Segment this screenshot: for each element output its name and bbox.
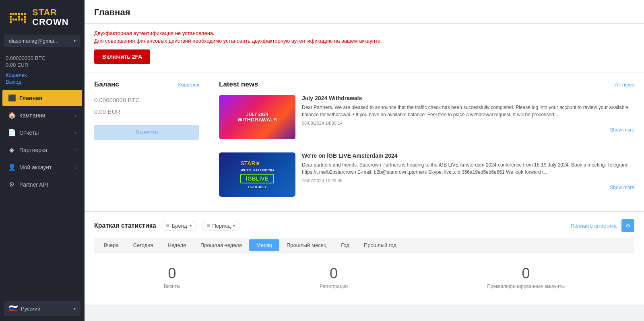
sidebar-item-home[interactable]: ⬛ Главная	[2, 90, 82, 106]
nav-label-home: Главная	[19, 95, 42, 101]
alert-line2: Для совершения финансовых действий необх…	[94, 38, 634, 44]
nav-label-api: Partner API	[19, 181, 48, 188]
svg-rect-10	[10, 19, 12, 21]
brand-filter-dot-icon	[166, 224, 169, 227]
sidebar-btc-balance: 0.00000000 BTC	[6, 54, 79, 61]
svg-rect-15	[24, 19, 26, 21]
sidebar-item-api[interactable]: ⚙ Partner API	[2, 176, 82, 193]
svg-rect-9	[24, 16, 26, 18]
stats-header: Краткая статистика Бренд ▾ Период ▾ Полн…	[94, 219, 634, 232]
svg-rect-17	[24, 21, 26, 23]
tab-last-month[interactable]: Прошлый месяц	[279, 239, 334, 251]
tab-last-year[interactable]: Прошлый год	[357, 239, 404, 251]
brand-filter-chevron-icon: ▾	[190, 224, 192, 228]
all-news-link[interactable]: All news	[615, 82, 634, 88]
brand-filter-dropdown[interactable]: Бренд ▾	[161, 221, 197, 231]
news-show-more-2[interactable]: Show more	[302, 185, 634, 190]
balance-card: Баланс Кошелек 0.00000000 BTC 0.00 EUR В…	[85, 72, 209, 211]
brand-filter-label: Бренд	[172, 223, 187, 229]
svg-rect-1	[10, 13, 12, 15]
news-title-2[interactable]: We're on iGB LIVE Amsterdam 2024	[302, 152, 634, 159]
main-content: Главная Двухфакторная аутентификация не …	[85, 0, 644, 321]
logo-star: STAR	[32, 8, 69, 17]
partner-icon: ◆	[8, 146, 15, 154]
balance-btc: 0.00000000 BTC	[94, 97, 199, 103]
stat-visits: 0 Визиты	[164, 265, 180, 289]
tab-last-week[interactable]: Прошлая неделя	[193, 239, 249, 251]
full-stats-link[interactable]: Полная статистика	[571, 223, 617, 229]
balance-wallet-link[interactable]: Кошелек	[178, 82, 199, 88]
wallet-links: Кошелек Выход	[0, 70, 85, 89]
news-title-1[interactable]: July 2024 Withdrawals	[302, 95, 634, 101]
wallet-link[interactable]: Кошелек	[6, 72, 79, 78]
news-item: STAR★ WE'RE ATTENDING iGBLIVE 16-19 JULY…	[219, 152, 634, 203]
tab-year[interactable]: Год	[334, 239, 357, 251]
two-col-section: Баланс Кошелек 0.00000000 BTC 0.00 EUR В…	[85, 72, 644, 212]
account-icon: 👤	[8, 163, 15, 171]
api-icon: ⚙	[8, 181, 15, 188]
user-dropdown[interactable]: diaspmanag@gmai... ▾	[4, 35, 80, 47]
svg-rect-8	[18, 16, 20, 18]
news-card-header: Latest news All news	[219, 80, 634, 88]
withdraw-button[interactable]: Вывести	[94, 125, 199, 140]
stats-settings-button[interactable]: ⚙	[621, 219, 634, 232]
stat-registrations: 0 Регистрации	[320, 265, 348, 289]
sidebar-item-partner[interactable]: ◆ Партнерка ›	[2, 142, 82, 158]
tab-yesterday[interactable]: Вчера	[97, 239, 126, 251]
reports-arrow-icon: ›	[75, 130, 76, 135]
campaigns-arrow-icon: ›	[75, 113, 76, 118]
stats-numbers: 0 Визиты 0 Регистрации 0 Преквалифициров…	[94, 261, 634, 297]
news-thumb-2: STAR★ WE'RE ATTENDING iGBLIVE 16-19 JULY	[219, 152, 295, 197]
language-label: Русский	[21, 306, 40, 312]
sidebar-item-campaigns[interactable]: 🏠 Кампании ›	[2, 107, 82, 123]
tab-today[interactable]: Сегодня	[126, 239, 161, 251]
stat-registrations-label: Регистрации	[320, 284, 348, 289]
svg-rect-14	[21, 19, 23, 21]
home-icon: ⬛	[8, 94, 15, 102]
partner-arrow-icon: ›	[75, 148, 76, 152]
stats-title: Краткая статистика	[94, 222, 156, 229]
flag-icon: 🇷🇺	[9, 304, 18, 313]
stat-registrations-value: 0	[320, 265, 348, 282]
account-arrow-icon: ›	[75, 165, 76, 170]
news-body-1: Dear Partners, We are pleased to announc…	[302, 104, 634, 118]
period-tabs: Вчера Сегодня Неделя Прошлая неделя Меся…	[94, 238, 634, 253]
sidebar-balance-area: 0.00000000 BTC 0.00 EUR	[0, 50, 85, 70]
nav-label-account: Мой аккаунт	[19, 164, 52, 171]
tab-month[interactable]: Месяц	[249, 239, 279, 251]
stat-prequalified-value: 0	[487, 265, 565, 282]
svg-rect-11	[12, 19, 14, 21]
balance-card-title: Баланс	[94, 80, 119, 88]
svg-rect-6	[24, 13, 26, 15]
svg-rect-16	[10, 21, 12, 23]
news-content-2: We're on iGB LIVE Amsterdam 2024 Dear pa…	[302, 152, 634, 197]
period-filter-label: Период	[213, 223, 231, 229]
svg-rect-7	[10, 16, 12, 18]
news-date-2: 15/07/2024 10:29:36	[302, 178, 634, 183]
sidebar-item-reports[interactable]: 📄 Отчеты ›	[2, 124, 82, 141]
reports-icon: 📄	[8, 129, 15, 136]
sidebar-item-account[interactable]: 👤 Мой аккаунт ›	[2, 159, 82, 175]
news-thumb-1: JULY 2024 WITHDRAWALS	[219, 95, 295, 139]
enable-2fa-button[interactable]: Включить 2FA	[94, 49, 150, 64]
balance-card-header: Баланс Кошелек	[94, 80, 199, 88]
stat-visits-value: 0	[164, 265, 180, 282]
svg-rect-13	[18, 19, 20, 21]
news-thumb-2-text: STAR★ WE'RE ATTENDING iGBLIVE 16-19 JULY	[237, 157, 277, 192]
news-show-more-1[interactable]: Show more	[302, 127, 634, 133]
stat-visits-label: Визиты	[164, 284, 180, 289]
svg-rect-4	[18, 13, 20, 15]
logout-link[interactable]: Выход	[6, 79, 79, 85]
gear-icon: ⚙	[625, 222, 631, 229]
news-item: JULY 2024 WITHDRAWALS July 2024 Withdraw…	[219, 95, 634, 146]
period-filter-dropdown[interactable]: Период ▾	[202, 221, 241, 231]
alert-box: Двухфакторная аутентификация не установл…	[85, 24, 644, 72]
logo-text: STAR CROWN	[32, 8, 69, 27]
balance-eur: 0.00 EUR	[94, 108, 199, 115]
language-selector[interactable]: 🇷🇺 Русский ▾	[4, 301, 80, 316]
stats-section: Краткая статистика Бренд ▾ Период ▾ Полн…	[85, 212, 644, 305]
page-header: Главная	[85, 0, 644, 24]
tab-week[interactable]: Неделя	[161, 239, 193, 251]
news-thumb-1-text: JULY 2024 WITHDRAWALS	[234, 109, 280, 126]
news-content-1: July 2024 Withdrawals Dear Partners, We …	[302, 95, 634, 139]
